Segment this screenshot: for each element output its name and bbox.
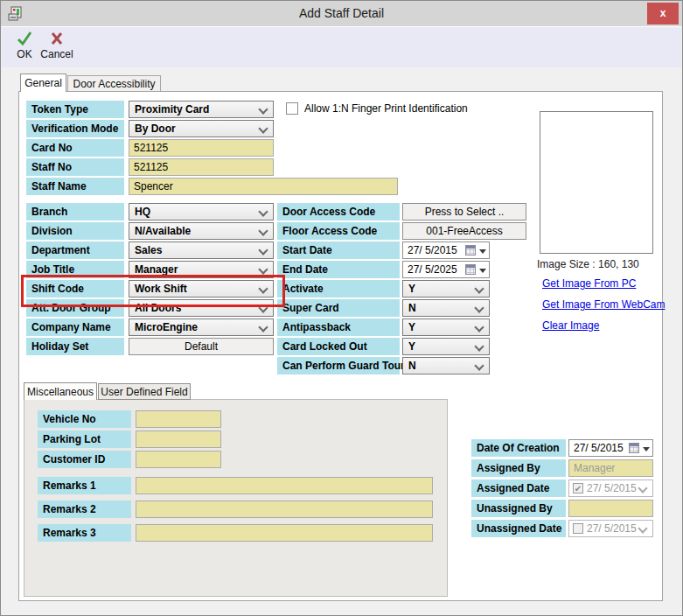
chevron-down-icon (474, 284, 484, 293)
remarks-1-label: Remarks 1 (38, 477, 131, 494)
company-name-select[interactable]: MicroEngine (129, 318, 274, 336)
chevron-down-icon (258, 206, 268, 216)
remarks-3-input[interactable] (136, 524, 433, 542)
verification-mode-label: Verification Mode (26, 120, 124, 137)
image-size-text: Image Size : 160, 130 (537, 258, 639, 270)
get-image-from-webcam-link[interactable]: Get Image From WebCam (542, 298, 665, 311)
antipassback-select[interactable]: Y (402, 318, 490, 336)
verification-mode-select[interactable]: By Door (129, 120, 274, 137)
finger-print-checkbox[interactable] (286, 102, 298, 115)
activate-select[interactable]: Y (402, 280, 490, 298)
toolbar: OK Cancel (2, 26, 681, 67)
calendar-icon (465, 264, 476, 275)
holiday-set-button[interactable]: Default (129, 338, 274, 355)
division-select[interactable]: N/Available (129, 222, 274, 240)
super-card-select[interactable]: N (402, 299, 490, 317)
staff-no-input[interactable]: 521125 (129, 158, 274, 176)
dropdown-arrow-icon (643, 447, 650, 452)
date-of-creation-picker[interactable]: 27/ 5/2015 (568, 439, 653, 457)
staff-no-label: Staff No (26, 158, 124, 176)
division-label: Division (26, 222, 124, 240)
title-bar: Add Staff Detail x (1, 1, 682, 26)
start-date-label: Start Date (277, 242, 400, 259)
chevron-down-icon (258, 123, 268, 133)
remarks-2-label: Remarks 2 (38, 500, 131, 518)
staff-name-label: Staff Name (26, 178, 124, 195)
customer-id-input[interactable] (136, 451, 221, 468)
finger-print-checkbox-label: Allow 1:N Finger Print Identification (304, 102, 468, 116)
customer-id-label: Customer ID (38, 451, 131, 468)
parking-lot-label: Parking Lot (38, 430, 131, 448)
ok-check-icon (12, 30, 37, 47)
staff-photo-placeholder (540, 111, 653, 254)
remarks-1-input[interactable] (136, 477, 433, 494)
start-date-picker[interactable]: 27/ 5/2015 (402, 242, 490, 259)
vehicle-no-label: Vehicle No (38, 410, 131, 428)
token-type-select[interactable]: Proximity Card (129, 101, 274, 118)
date-of-creation-label: Date Of Creation (471, 439, 566, 457)
department-select[interactable]: Sales (129, 242, 274, 259)
card-locked-out-select[interactable]: Y (402, 338, 490, 355)
card-no-input[interactable]: 521125 (129, 139, 274, 157)
chevron-down-icon (474, 303, 484, 312)
miscellaneous-panel: Vehicle No Parking Lot Customer ID Remar… (24, 399, 448, 597)
company-name-label: Company Name (26, 318, 124, 336)
branch-label: Branch (26, 203, 124, 220)
activate-label: Activate (277, 280, 400, 298)
unassigned-date-checkbox (573, 523, 583, 534)
holiday-set-label: Holiday Set (26, 338, 124, 355)
close-icon[interactable]: x (647, 3, 679, 24)
chevron-down-icon (638, 523, 647, 533)
tab-general[interactable]: General (20, 74, 66, 92)
staff-name-input[interactable]: Spencer (129, 178, 398, 195)
shift-code-highlight (21, 275, 285, 307)
unassigned-by-input[interactable] (568, 500, 653, 517)
assigned-date-label: Assigned Date (471, 480, 566, 497)
assigned-date-checkbox: ✔ (573, 483, 583, 494)
guard-tour-select[interactable]: N (402, 357, 490, 374)
super-card-label: Super Card (277, 299, 400, 317)
chevron-down-icon (258, 322, 268, 332)
chevron-down-icon (258, 104, 268, 114)
remarks-3-label: Remarks 3 (38, 524, 131, 542)
end-date-label: End Date (277, 261, 400, 278)
calendar-icon (629, 443, 639, 453)
end-date-picker[interactable]: 27/ 5/2025 (402, 261, 490, 278)
parking-lot-input[interactable] (136, 430, 221, 448)
general-tab-panel: Token Type Proximity Card Verification M… (18, 91, 663, 601)
unassigned-by-label: Unassigned By (471, 500, 566, 517)
ok-label: OK (17, 48, 31, 60)
door-access-code-button[interactable]: Press to Select .. (402, 203, 526, 220)
card-no-label: Card No (26, 139, 124, 157)
dropdown-arrow-icon (479, 269, 486, 273)
guard-tour-label: Can Perform Guard Tour (277, 357, 400, 374)
cancel-label: Cancel (40, 48, 73, 60)
floor-access-code-button[interactable]: 001-FreeAccess (402, 222, 526, 240)
tab-miscellaneous[interactable]: Miscellaneous (24, 382, 97, 400)
tab-door-accessibility[interactable]: Door Accessibility (67, 75, 161, 92)
get-image-from-pc-link[interactable]: Get Image From PC (542, 277, 636, 290)
assigned-date-picker: ✔ 27/ 5/2015 (568, 480, 653, 497)
chevron-down-icon (474, 360, 484, 370)
chevron-down-icon (258, 264, 268, 274)
remarks-2-input[interactable] (136, 500, 433, 518)
branch-select[interactable]: HQ (129, 203, 274, 220)
ok-button[interactable]: OK (12, 30, 37, 60)
chevron-down-icon (474, 322, 484, 332)
dropdown-arrow-icon (479, 249, 486, 254)
department-label: Department (26, 242, 124, 259)
assigned-by-input: Manager (568, 459, 653, 477)
antipassback-label: Antipassback (277, 318, 400, 336)
vehicle-no-input[interactable] (136, 410, 221, 428)
dialog-title: Add Staff Detail (1, 1, 682, 26)
card-locked-out-label: Card Locked Out (277, 338, 400, 355)
token-type-label: Token Type (26, 101, 124, 118)
clear-image-link[interactable]: Clear Image (542, 319, 599, 332)
chevron-down-icon (638, 483, 647, 493)
add-staff-detail-dialog: Add Staff Detail x OK Cancel General Doo… (0, 0, 683, 616)
chevron-down-icon (258, 226, 268, 235)
unassigned-date-label: Unassigned Date (471, 520, 566, 537)
cancel-button[interactable]: Cancel (38, 30, 75, 60)
cancel-x-icon (38, 30, 75, 47)
tab-user-defined-field[interactable]: User Defined Field (98, 383, 191, 400)
